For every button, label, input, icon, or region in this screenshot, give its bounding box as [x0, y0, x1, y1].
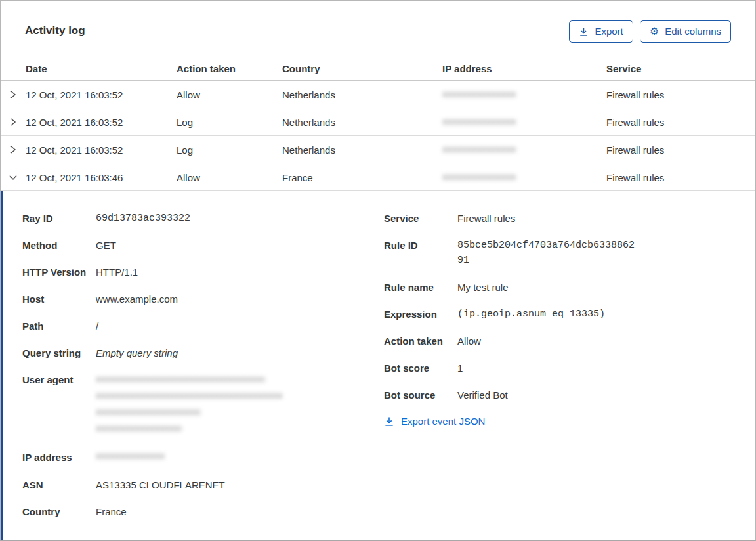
- event-detail-panel: Ray ID 69d13783ac393322 Method GET HTTP …: [1, 191, 755, 540]
- cell-ip-address-redacted: xxxxxxxxxxxxxxx: [442, 116, 606, 129]
- collapse-row-button[interactable]: [1, 163, 26, 191]
- field-bot-source: Bot source Verified Bot: [384, 387, 755, 402]
- table-row[interactable]: 12 Oct, 2021 16:03:52 Log Netherlands xx…: [1, 136, 755, 163]
- expander-column-header: [1, 74, 26, 80]
- field-value: Firewall rules: [457, 211, 515, 226]
- field-method: Method GET: [22, 238, 384, 253]
- field-value-redacted: xxxxxxxxxxxxxxxxxxxxxxxxxxxxxxxxxxxx xxx…: [96, 372, 282, 438]
- cell-service: Firewall rules: [606, 117, 755, 128]
- export-event-json-label: Export event JSON: [401, 416, 485, 427]
- field-label: ASN: [22, 477, 96, 492]
- event-detail-right-column: Service Firewall rules Rule ID 85bce5b20…: [384, 211, 755, 429]
- column-header-country: Country: [282, 63, 442, 80]
- field-label: Service: [384, 211, 457, 226]
- cell-service: Firewall rules: [606, 144, 755, 156]
- export-button[interactable]: Export: [569, 20, 633, 43]
- field-host: Host www.example.com: [22, 292, 384, 307]
- field-country: Country France: [22, 504, 384, 519]
- field-value: GET: [96, 238, 116, 253]
- table-row[interactable]: 12 Oct, 2021 16:03:52 Log Netherlands xx…: [1, 108, 755, 136]
- edit-columns-button-label: Edit columns: [665, 26, 721, 37]
- field-label: Expression: [384, 307, 457, 322]
- column-header-ip-address: IP address: [442, 63, 606, 80]
- download-icon: [579, 27, 589, 37]
- cell-ip-address-redacted: xxxxxxxxxxxxxxx: [442, 171, 606, 184]
- field-label: Method: [22, 238, 96, 253]
- cell-country: Netherlands: [282, 117, 442, 128]
- field-label: Bot source: [384, 387, 457, 402]
- field-label: Country: [22, 504, 96, 519]
- field-label: HTTP Version: [22, 265, 96, 280]
- table-row[interactable]: 12 Oct, 2021 16:03:52 Allow Netherlands …: [1, 81, 755, 108]
- field-value: France: [96, 504, 127, 519]
- field-value: Verified Bot: [457, 387, 508, 402]
- table-row-expanded[interactable]: 12 Oct, 2021 16:03:46 Allow France xxxxx…: [1, 163, 755, 191]
- field-query-string: Query string Empty query string: [22, 345, 384, 360]
- field-ip-address: IP address xxxxxxxxxxxxxx: [22, 450, 384, 465]
- expand-row-button[interactable]: [1, 108, 26, 136]
- cell-date: 12 Oct, 2021 16:03:46: [26, 172, 177, 183]
- field-ray-id: Ray ID 69d13783ac393322: [22, 211, 384, 226]
- activity-log-panel: Activity log Export ⚙ Edit columns Date …: [0, 0, 756, 541]
- expand-row-button[interactable]: [1, 81, 26, 108]
- cell-action-taken: Allow: [177, 89, 282, 100]
- toolbar-actions: Export ⚙ Edit columns: [569, 20, 731, 43]
- field-value: (ip.geoip.asnum eq 13335): [457, 307, 605, 322]
- field-value: Allow: [457, 334, 481, 349]
- field-http-version: HTTP Version HTTP/1.1: [22, 265, 384, 280]
- field-label: Bot score: [384, 360, 457, 376]
- field-bot-score: Bot score 1: [384, 360, 755, 376]
- cell-action-taken: Log: [177, 144, 282, 156]
- field-value: www.example.com: [96, 292, 178, 307]
- export-button-label: Export: [595, 26, 623, 37]
- cell-date: 12 Oct, 2021 16:03:52: [26, 89, 177, 100]
- cell-service: Firewall rules: [606, 172, 755, 183]
- cell-service: Firewall rules: [606, 89, 755, 100]
- download-icon: [384, 416, 394, 427]
- export-event-json-link[interactable]: Export event JSON: [384, 416, 485, 427]
- field-value-redacted: xxxxxxxxxxxxxx: [96, 450, 165, 465]
- chevron-right-icon: [8, 144, 18, 155]
- field-label: Action taken: [384, 334, 457, 349]
- chevron-right-icon: [8, 117, 18, 127]
- field-label: Ray ID: [22, 211, 96, 226]
- topbar: Activity log Export ⚙ Edit columns: [1, 1, 755, 43]
- cell-action-taken: Allow: [177, 172, 282, 183]
- event-detail-left-column: Ray ID 69d13783ac393322 Method GET HTTP …: [22, 211, 384, 531]
- field-value: My test rule: [457, 280, 509, 295]
- cell-date: 12 Oct, 2021 16:03:52: [26, 117, 177, 128]
- cell-ip-address-redacted: xxxxxxxxxxxxxxx: [442, 143, 606, 157]
- cell-country: Netherlands: [282, 144, 442, 156]
- column-header-date: Date: [26, 63, 177, 80]
- page-title: Activity log: [25, 20, 85, 37]
- field-label: Path: [22, 318, 96, 334]
- cell-country: Netherlands: [282, 89, 442, 100]
- column-header-action-taken: Action taken: [177, 63, 282, 80]
- field-value: 1: [457, 360, 463, 376]
- field-value: AS13335 CLOUDFLARENET: [96, 477, 225, 492]
- field-label: Rule name: [384, 280, 457, 295]
- cell-ip-address-redacted: xxxxxxxxxxxxxxx: [442, 88, 606, 102]
- gear-icon: ⚙: [650, 26, 659, 37]
- field-rule-id: Rule ID 85bce5b204cf4703a764dcb633886291: [384, 238, 755, 268]
- field-rule-name: Rule name My test rule: [384, 280, 755, 295]
- field-asn: ASN AS13335 CLOUDFLARENET: [22, 477, 384, 492]
- field-value: Empty query string: [96, 345, 178, 360]
- expand-row-button[interactable]: [1, 136, 26, 163]
- field-label: User agent: [22, 372, 96, 438]
- field-value: /: [96, 318, 98, 334]
- field-value: 85bce5b204cf4703a764dcb633886291: [457, 238, 638, 268]
- field-label: IP address: [22, 450, 96, 465]
- cell-date: 12 Oct, 2021 16:03:52: [26, 144, 177, 156]
- field-label: Host: [22, 292, 96, 307]
- field-label: Query string: [22, 345, 96, 360]
- table-header: Date Action taken Country IP address Ser…: [1, 43, 755, 81]
- edit-columns-button[interactable]: ⚙ Edit columns: [640, 20, 731, 43]
- field-path: Path /: [22, 318, 384, 334]
- chevron-right-icon: [8, 89, 18, 100]
- cell-country: France: [282, 172, 442, 183]
- column-header-service: Service: [606, 63, 755, 80]
- field-value: 69d13783ac393322: [96, 211, 190, 226]
- field-action-taken: Action taken Allow: [384, 334, 755, 349]
- field-label: Rule ID: [384, 238, 457, 268]
